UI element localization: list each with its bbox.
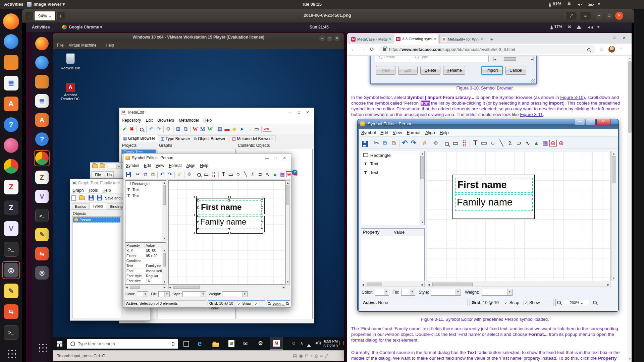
zoom-level-select[interactable]: 94% ⌄ xyxy=(34,11,56,21)
dock-icon-rhythmbox[interactable] xyxy=(4,138,18,153)
radio-type[interactable]: Type xyxy=(415,56,428,59)
dock-icon-firefox[interactable] xyxy=(35,37,49,50)
cancel-button[interactable]: Cancel xyxy=(505,66,526,75)
menu-edit[interactable]: Edit xyxy=(146,118,153,123)
family-name-text[interactable]: Family name xyxy=(200,217,246,227)
menu-help[interactable]: Help xyxy=(200,163,208,168)
menu-button[interactable]: ≡ xyxy=(580,12,591,20)
mini-dropdown[interactable] xyxy=(108,164,122,169)
dialog-hscrollbar[interactable]: ◀▶ xyxy=(493,57,534,61)
dock-icon-files[interactable] xyxy=(35,75,49,88)
dock-icon-text-editor[interactable]: ✎ xyxy=(4,284,18,298)
inner-app-menu[interactable]: Google Chrome ▾ xyxy=(69,25,102,29)
matrix-icon[interactable]: ▬ xyxy=(223,125,231,133)
tab-type-browser[interactable]: ◫ Type Browser xyxy=(158,135,193,142)
show-applications-button[interactable] xyxy=(37,342,47,352)
menu-help[interactable]: Help xyxy=(203,118,212,123)
chrome-menu-icon[interactable]: ⋮ xyxy=(619,46,623,51)
dock-icon-chrome[interactable] xyxy=(4,159,18,174)
fragment-tab-file[interactable]: File xyxy=(92,171,104,178)
symbol-editor-titlebar[interactable]: Symbol Editor - Person —□✕ xyxy=(123,154,291,162)
arrow-icon[interactable]: ➤ xyxy=(238,125,246,133)
dock-icon-thunderbird[interactable] xyxy=(35,56,49,69)
close-button[interactable]: ✕ xyxy=(615,12,623,20)
grid-icon[interactable]: # xyxy=(176,170,183,179)
dock-icon-files[interactable] xyxy=(4,55,18,70)
dock-icon-writer[interactable]: ≣ xyxy=(4,76,18,90)
tab-types[interactable]: Types xyxy=(90,203,106,209)
taskbar-mail-icon[interactable]: ✉ xyxy=(243,340,248,347)
graph-w-icon[interactable]: W xyxy=(192,125,199,133)
handles-icon[interactable]: ⣿ xyxy=(210,170,217,179)
maximize-button[interactable]: □ xyxy=(271,156,280,160)
dock-icon-software[interactable]: A xyxy=(35,113,49,127)
minimize-button[interactable]: — xyxy=(263,156,271,160)
element-rectangle[interactable]: Rectangle xyxy=(125,181,166,187)
property-panel[interactable]: Property Value X, Y35, 55 Extent95 x 20 … xyxy=(125,242,166,285)
close-button[interactable]: ✕ xyxy=(280,156,289,160)
dock-icon-vim[interactable]: V xyxy=(35,190,49,203)
taskbar-edge-icon[interactable]: e xyxy=(198,339,202,348)
chrome-close-button[interactable]: ✕ xyxy=(623,36,626,40)
search-icon[interactable] xyxy=(138,125,145,133)
polyline-tool[interactable]: Σ xyxy=(249,170,257,179)
image-tool[interactable]: ▲ xyxy=(271,170,279,179)
copy-icon[interactable]: ⧉ xyxy=(142,170,149,179)
desktop-icon-recycle-bin[interactable]: Recycle Bin xyxy=(59,53,82,70)
back-button[interactable]: ← xyxy=(351,46,357,52)
dock-icon-zotero-dark[interactable]: Z xyxy=(4,200,18,215)
save-icon[interactable] xyxy=(89,195,94,200)
ellipse-tool[interactable]: ○ xyxy=(234,170,242,179)
edit-button[interactable]: Edit xyxy=(398,66,418,75)
open-icon[interactable] xyxy=(79,196,85,200)
vmware-window-buttons[interactable]: –□✕ xyxy=(319,35,340,42)
dock-icon-writer[interactable]: ≣ xyxy=(35,94,49,108)
dock-icon-image-viewer[interactable]: ◎ xyxy=(35,266,49,280)
redo-icon[interactable]: ↷ xyxy=(155,125,162,133)
fill-select[interactable] xyxy=(158,291,170,297)
dock-icon-vim[interactable]: V xyxy=(4,221,18,236)
taskbar-metaedit-icon[interactable]: M xyxy=(270,337,283,350)
objects-list[interactable]: Person xyxy=(72,217,121,318)
save-and-close-icon[interactable] xyxy=(97,195,102,200)
cut-icon[interactable]: ✂ xyxy=(134,170,142,179)
text-tool[interactable]: T xyxy=(220,170,227,179)
undo-icon[interactable]: ↶ xyxy=(148,125,155,133)
dock-icon-terminal-alt[interactable]: >_ xyxy=(4,325,18,340)
vmware-menu-file[interactable]: File xyxy=(57,43,63,48)
zoom-icon[interactable] xyxy=(195,170,203,179)
element-list-panel[interactable]: Rectangle TText TText ▲▼ xyxy=(125,180,166,241)
curve-tool[interactable]: ∿ xyxy=(264,170,271,179)
reload-button[interactable]: ⟳ xyxy=(370,46,374,52)
dock-icon-software[interactable]: A xyxy=(4,97,18,111)
inner-clock[interactable]: Sun 21:45 xyxy=(310,25,329,29)
vmware-menu-virtual-machine[interactable]: Virtual Machine xyxy=(69,43,97,48)
dock-icon-chrome[interactable] xyxy=(35,152,49,165)
close-button[interactable]: ✕ xyxy=(303,110,312,115)
desktop-icon-acrobat[interactable]: A AcrobatReader DC xyxy=(59,83,82,101)
diamond-icon[interactable]: ◆ xyxy=(231,125,238,133)
tab-metamodel-browser[interactable]: ◫ Metamodel Browser xyxy=(229,135,276,142)
taskbar-clock[interactable]: 6:59 PM6/7/2019 xyxy=(321,339,338,348)
tab-close-icon[interactable]: ✕ xyxy=(389,38,391,41)
commit-icon[interactable]: ✔ xyxy=(121,125,128,133)
zoom-out-icon[interactable] xyxy=(268,302,271,305)
host-activities-button[interactable]: Activities xyxy=(4,2,23,7)
taskbar-store-icon[interactable] xyxy=(228,340,234,347)
tray-chevron[interactable]: ∧ xyxy=(300,341,303,346)
new-tab-button[interactable]: + xyxy=(488,36,495,43)
host-app-menu[interactable]: Image Viewer ▾ xyxy=(34,2,65,7)
fragment-tab-ho[interactable]: Ho xyxy=(105,171,114,178)
property-hscrollbar[interactable]: ◀▶ xyxy=(125,285,166,289)
menu-help[interactable]: Help xyxy=(102,188,111,193)
settings-icon[interactable]: ⚙ xyxy=(165,125,172,133)
rect-tool[interactable]: ▭ xyxy=(227,170,234,179)
element-list-scrollbar[interactable]: ▲▼ xyxy=(162,181,166,241)
tab-metacase-support[interactable]: M MetaCase - MetaEdit+ Sup ✕ xyxy=(350,35,393,44)
select-area-icon[interactable]: ▭ xyxy=(203,170,210,179)
bookmark-star-icon[interactable]: ☆ xyxy=(599,47,604,52)
dock-icon-terminal[interactable]: >_ xyxy=(4,242,18,257)
host-status-icons[interactable]: 61% ✖ ◄× ▾ xyxy=(549,1,600,6)
object-person[interactable]: Person xyxy=(73,217,120,223)
tab-basics[interactable]: Basics xyxy=(72,203,89,209)
